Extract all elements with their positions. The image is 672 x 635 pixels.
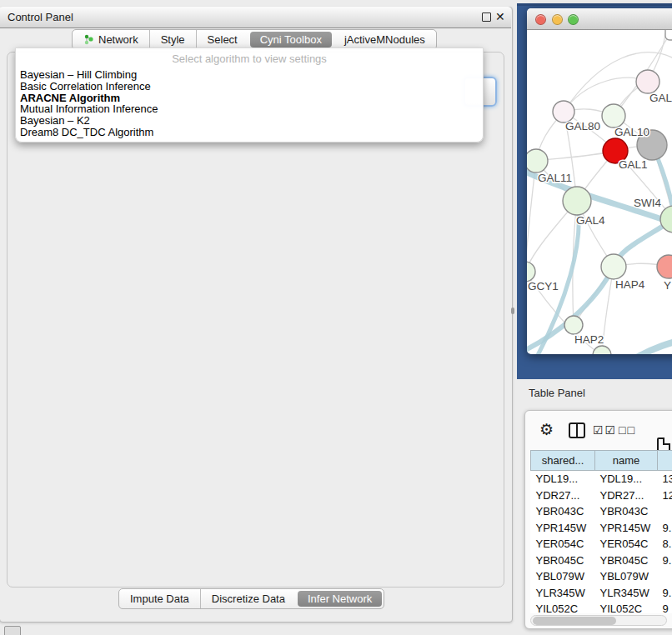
tab-select[interactable]: Select: [196, 30, 248, 49]
network-node[interactable]: [665, 30, 672, 40]
column-header[interactable]: name: [595, 451, 658, 471]
close-window-icon[interactable]: [535, 14, 546, 25]
node-table[interactable]: shared...nameA YDL19...YDL19...13YDR27..…: [530, 450, 672, 613]
network-edge: [632, 337, 672, 354]
algorithm-dropdown-list: Select algorithm to view settings Bayesi…: [15, 48, 484, 142]
node-label: Y: [664, 279, 671, 292]
table-cell: YDL19...: [595, 471, 658, 488]
table-cell: YBR045C: [531, 552, 595, 569]
network-node-gcy1[interactable]: [527, 262, 535, 282]
table-cell: 9.: [658, 585, 672, 602]
panel-divider-handle[interactable]: [511, 308, 514, 314]
tab-jactivemnodules[interactable]: jActiveMNodules: [333, 30, 436, 49]
dropdown-item[interactable]: Basic Correlation Inference: [16, 81, 483, 92]
show-columns-icon[interactable]: [569, 422, 585, 438]
table-row[interactable]: YDL19...YDL19...13: [531, 471, 672, 488]
column-header[interactable]: A: [658, 451, 672, 471]
table-panel-title: Table Panel: [529, 387, 585, 399]
select-all-rows-icon[interactable]: ☑☑: [593, 423, 617, 437]
deselect-all-rows-icon[interactable]: □□: [619, 423, 636, 437]
node-label: GAL1: [619, 158, 648, 171]
minimized-panel-icon[interactable]: [4, 626, 21, 635]
tab-label: Impute Data: [130, 592, 189, 605]
tab-label: Network: [98, 33, 138, 46]
table-row[interactable]: YBR043CYBR043C: [531, 503, 672, 520]
table-cell: 9: [658, 601, 672, 613]
table-cell: YBL079W: [531, 568, 595, 585]
bottom-tab-bar: Impute DataDiscretize DataInfer Network: [118, 588, 384, 609]
tab-impute-data[interactable]: Impute Data: [119, 589, 200, 608]
table-cell: [658, 503, 672, 520]
network-icon: [83, 34, 94, 45]
table-row[interactable]: YIL052CYIL052C9: [531, 601, 672, 613]
table-cell: YDL19...: [531, 471, 595, 488]
network-node-gal4[interactable]: [563, 187, 591, 215]
tab-label: Style: [161, 33, 185, 46]
node-label: GAL11: [538, 172, 572, 184]
panel-title: Control Panel: [8, 7, 73, 28]
table-row[interactable]: YDR27...YDR27...12: [531, 488, 672, 504]
network-view-window[interactable]: GALGAL80GAL10GAL1GAL11GAL4SWI4HAP4YGCY1H…: [527, 8, 672, 354]
table-cell: YBR043C: [595, 503, 658, 520]
table-cell: YDR27...: [531, 488, 595, 504]
tab-cyni-toolbox[interactable]: Cyni Toolbox: [250, 32, 332, 48]
table-row[interactable]: YBR045CYBR045C9.: [531, 552, 672, 569]
table-cell: YLR345W: [595, 585, 658, 602]
tab-label: jActiveMNodules: [344, 33, 425, 46]
tab-network[interactable]: Network: [73, 30, 149, 49]
network-window-titlebar[interactable]: [527, 8, 672, 30]
node-label: HAP4: [615, 278, 645, 291]
dropdown-item[interactable]: ARACNE Algorithm: [16, 92, 483, 104]
network-node[interactable]: [593, 346, 611, 354]
network-node-gal10[interactable]: [602, 104, 625, 128]
network-node-y[interactable]: [657, 255, 672, 278]
close-panel-icon[interactable]: ✕: [495, 7, 505, 28]
zoom-window-icon[interactable]: [568, 14, 579, 25]
table-cell: YER054C: [531, 536, 595, 552]
table-cell: YPR145W: [595, 520, 658, 537]
table-cell: 12: [658, 488, 672, 504]
node-label: GAL: [649, 92, 672, 104]
table-cell: YER054C: [595, 536, 658, 552]
table-horizontal-scrollbar-thumb[interactable]: [533, 617, 616, 625]
node-label: GCY1: [528, 280, 559, 292]
table-row[interactable]: YBL079WYBL079W: [531, 568, 672, 585]
table-cell: YPR145W: [531, 520, 595, 537]
network-node-hap2[interactable]: [564, 316, 583, 334]
table-cell: YBR043C: [531, 503, 595, 520]
table-settings-gear-icon[interactable]: ⚙: [539, 422, 554, 438]
node-table-header-row[interactable]: shared...nameA: [531, 451, 672, 471]
table-row[interactable]: YER054CYER054C8.: [531, 536, 672, 552]
table-cell: 13: [658, 471, 672, 488]
network-graph[interactable]: GALGAL80GAL10GAL1GAL11GAL4SWI4HAP4YGCY1H…: [527, 30, 672, 354]
node-label: GAL10: [614, 126, 649, 138]
table-cell: YBL079W: [595, 568, 658, 585]
tab-style[interactable]: Style: [149, 30, 196, 49]
node-label: SWI4: [634, 197, 661, 209]
node-label: GAL80: [565, 120, 600, 132]
dropdown-item[interactable]: Bayesian – Hill Climbing: [16, 69, 483, 81]
network-node-gal11[interactable]: [527, 149, 548, 172]
float-window-icon[interactable]: [482, 12, 491, 22]
table-row[interactable]: YPR145WYPR145W9.: [531, 520, 672, 537]
table-cell: 9.: [658, 552, 672, 569]
screen: Control Panel ✕ NetworkStyleSelectCyni T…: [0, 0, 672, 635]
dropdown-item[interactable]: Mutual Information Inference: [16, 103, 483, 115]
table-cell: YIL052C: [531, 601, 595, 613]
minimize-window-icon[interactable]: [552, 14, 563, 25]
table-cell: YBR045C: [595, 552, 658, 569]
table-horizontal-scrollbar[interactable]: [530, 615, 667, 626]
control-panel-titlebar[interactable]: Control Panel: [0, 7, 511, 28]
dropdown-item[interactable]: Dream8 DC_TDC Algorithm: [16, 127, 483, 138]
network-node-hap4[interactable]: [601, 254, 626, 279]
tab-discretize-data[interactable]: Discretize Data: [200, 589, 296, 608]
tab-infer-network[interactable]: Infer Network: [298, 591, 382, 607]
table-cell: YIL052C: [595, 601, 658, 613]
table-cell: YLR345W: [531, 585, 595, 602]
table-cell: YDR27...: [595, 488, 658, 504]
table-cell: 9.: [658, 520, 672, 537]
network-node-gal[interactable]: [636, 70, 659, 93]
table-row[interactable]: YLR345WYLR345W9.: [531, 585, 672, 602]
dropdown-item[interactable]: Bayesian – K2: [16, 115, 483, 127]
column-header[interactable]: shared...: [531, 451, 595, 471]
